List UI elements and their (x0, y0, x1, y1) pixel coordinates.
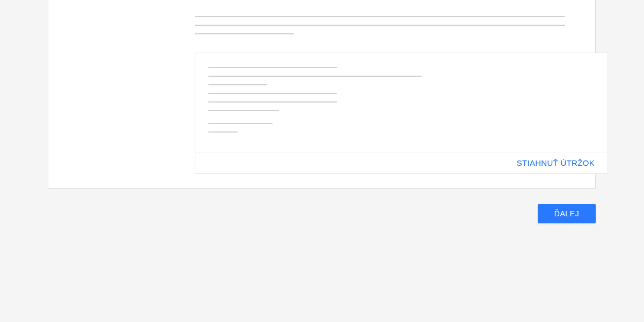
skeleton-line (208, 123, 273, 124)
receipt-body (195, 53, 608, 147)
skeleton-line (208, 76, 422, 77)
download-receipt-link[interactable]: STIAHNUŤ ÚTRŽOK (517, 158, 595, 167)
next-button[interactable]: ĎALEJ (538, 204, 596, 223)
skeleton-line (195, 25, 565, 26)
skeleton-line (208, 84, 267, 85)
skeleton-line (195, 16, 565, 17)
receipt-card: STIAHNUŤ ÚTRŽOK (195, 53, 608, 174)
skeleton-line (208, 131, 238, 133)
intro-text-block (195, 16, 565, 42)
receipt-actions-bar: STIAHNUŤ ÚTRŽOK (195, 152, 608, 173)
skeleton-line (208, 110, 279, 111)
skeleton-line (195, 33, 294, 34)
details-card: STIAHNUŤ ÚTRŽOK (48, 0, 596, 189)
skeleton-line (208, 101, 337, 103)
skeleton-line (208, 93, 337, 94)
skeleton-line (208, 67, 337, 68)
